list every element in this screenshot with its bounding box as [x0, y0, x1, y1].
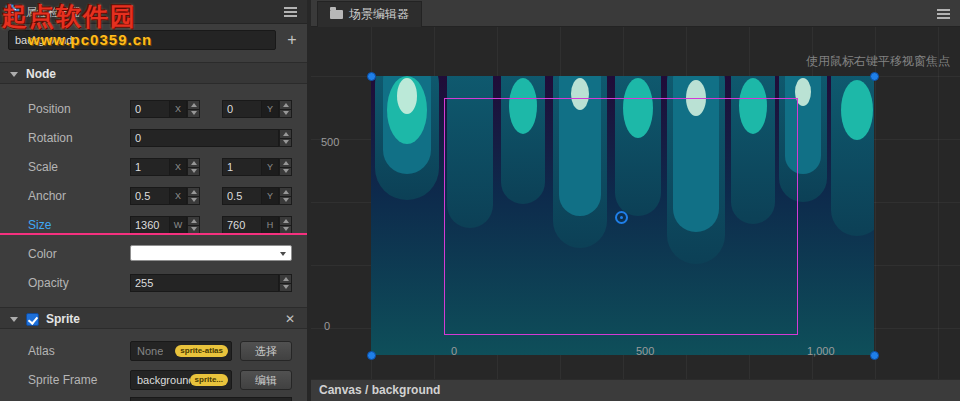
size-width-stepper: [187, 216, 200, 234]
rotation-label: Rotation: [28, 131, 73, 145]
add-component-button[interactable]: +: [281, 30, 303, 50]
step-up-icon[interactable]: [187, 158, 200, 168]
rotation-row: Rotation: [0, 128, 307, 148]
step-down-icon[interactable]: [279, 168, 292, 177]
inspector-title: 属性检查器: [26, 0, 81, 24]
resize-handle-top-right[interactable]: [870, 72, 879, 81]
inspector-panel-icon: [5, 4, 20, 19]
position-label: Position: [28, 102, 71, 116]
collapse-icon: [10, 72, 18, 77]
anchor-label: Anchor: [28, 189, 66, 203]
axis-x-badge: X: [170, 187, 187, 205]
node-section-header[interactable]: Node: [0, 62, 307, 84]
scene-editor-panel: 场景编辑器 使用鼠标右键平移视窗焦点: [311, 0, 960, 401]
position-y-input[interactable]: [222, 100, 262, 118]
sprite-frame-edit-button[interactable]: 编辑: [240, 370, 292, 390]
anchor-point-gizmo[interactable]: [615, 211, 628, 224]
remove-component-icon[interactable]: ✕: [285, 308, 295, 330]
resize-handle-top-left[interactable]: [367, 72, 376, 81]
axis-h-badge: H: [262, 216, 279, 234]
sprite-section-title: Sprite: [46, 308, 80, 330]
sprite-section-header[interactable]: Sprite ✕: [0, 307, 307, 329]
step-down-icon[interactable]: [187, 168, 200, 177]
sprite-enabled-checkbox[interactable]: [26, 313, 39, 326]
step-down-icon[interactable]: [187, 110, 200, 119]
step-up-icon[interactable]: [279, 129, 292, 139]
axis-x-badge: X: [170, 100, 187, 118]
atlas-value: None: [137, 345, 163, 357]
anchor-row: Anchor X Y: [0, 186, 307, 206]
anchor-x-input[interactable]: [130, 187, 170, 205]
tab-scene-editor[interactable]: 场景编辑器: [317, 1, 422, 27]
property-inspector-panel: 属性检查器 + Node Position X Y: [0, 0, 307, 401]
color-row: Color: [0, 244, 307, 264]
position-x-input[interactable]: [130, 100, 170, 118]
step-down-icon[interactable]: [187, 197, 200, 206]
size-width-input[interactable]: [130, 216, 170, 234]
scale-x-input[interactable]: [130, 158, 170, 176]
scene-canvas[interactable]: 使用鼠标右键平移视窗焦点: [311, 27, 960, 379]
inspector-header: 属性检查器: [0, 0, 307, 24]
color-label: Color: [28, 247, 57, 261]
rotation-stepper: [279, 129, 292, 147]
atlas-row: Atlas None sprite-atlas 选择: [0, 341, 307, 361]
dropdown-icon: [280, 252, 286, 256]
scene-tab-bar: 场景编辑器: [311, 0, 960, 27]
resize-handle-bottom-left[interactable]: [367, 351, 376, 360]
sprite-frame-row: Sprite Frame background sprite... 编辑: [0, 370, 307, 390]
scale-y-stepper: [279, 158, 292, 176]
scene-menu-icon[interactable]: [937, 13, 950, 15]
step-up-icon[interactable]: [279, 158, 292, 168]
position-row: Position X Y: [0, 99, 307, 119]
size-height-input[interactable]: [222, 216, 262, 234]
axis-w-badge: W: [170, 216, 187, 234]
color-swatch[interactable]: [130, 245, 292, 261]
size-height-stepper: [279, 216, 292, 234]
rotation-input[interactable]: [130, 129, 279, 147]
inspector-menu-icon[interactable]: [284, 11, 297, 13]
ruler-label-x-1000: 1,000: [807, 345, 835, 357]
step-down-icon[interactable]: [279, 139, 292, 148]
axis-y-badge: Y: [262, 187, 279, 205]
step-up-icon[interactable]: [279, 274, 292, 284]
app-window: 属性检查器 + Node Position X Y: [0, 0, 960, 401]
ruler-label-x-0: 0: [451, 345, 457, 357]
position-x-stepper: [187, 100, 200, 118]
size-highlight-underline: [0, 233, 307, 235]
sprite-frame-type-badge: sprite...: [190, 374, 228, 386]
anchor-y-input[interactable]: [222, 187, 262, 205]
step-up-icon[interactable]: [279, 187, 292, 197]
resize-handle-bottom-right[interactable]: [870, 351, 879, 360]
ruler-label-y-0: 0: [324, 320, 330, 332]
step-down-icon[interactable]: [279, 284, 292, 293]
node-path-breadcrumb: Canvas / background: [319, 380, 440, 401]
collapse-icon: [10, 317, 18, 322]
axis-y-badge: Y: [262, 100, 279, 118]
scale-row: Scale X Y: [0, 157, 307, 177]
step-up-icon[interactable]: [187, 187, 200, 197]
opacity-input[interactable]: [130, 274, 279, 292]
next-field-partial: [130, 397, 292, 401]
atlas-label: Atlas: [28, 344, 55, 358]
pan-hint-text: 使用鼠标右键平移视窗焦点: [806, 53, 950, 70]
node-name-input[interactable]: [8, 30, 276, 50]
axis-x-badge: X: [170, 158, 187, 176]
step-up-icon[interactable]: [279, 216, 292, 226]
atlas-asset-field[interactable]: None sprite-atlas: [130, 341, 232, 361]
step-up-icon[interactable]: [279, 100, 292, 110]
step-up-icon[interactable]: [187, 216, 200, 226]
opacity-label: Opacity: [28, 276, 69, 290]
size-row: Size W H: [0, 215, 307, 235]
ruler-label-x-500: 500: [636, 345, 654, 357]
step-up-icon[interactable]: [187, 100, 200, 110]
sprite-frame-asset-field[interactable]: background sprite...: [130, 370, 232, 390]
step-down-icon[interactable]: [279, 110, 292, 119]
scale-x-stepper: [187, 158, 200, 176]
node-section-title: Node: [26, 63, 56, 85]
scale-y-input[interactable]: [222, 158, 262, 176]
step-down-icon[interactable]: [279, 197, 292, 206]
atlas-select-button[interactable]: 选择: [240, 341, 292, 361]
atlas-type-badge: sprite-atlas: [175, 345, 228, 357]
anchor-x-stepper: [187, 187, 200, 205]
opacity-stepper: [279, 274, 292, 292]
